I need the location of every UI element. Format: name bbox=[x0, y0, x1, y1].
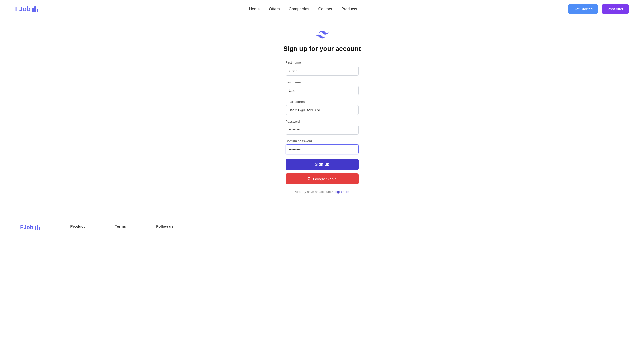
footer-col-follow-title: Follow us bbox=[156, 224, 173, 228]
nav-products[interactable]: Products bbox=[341, 7, 357, 11]
post-offer-button[interactable]: Post offer bbox=[602, 4, 629, 14]
email-group: Email address bbox=[286, 100, 359, 115]
password-group: Password bbox=[286, 120, 359, 135]
footer-logo-bars-icon bbox=[35, 225, 40, 230]
nav-offers[interactable]: Offers bbox=[269, 7, 280, 11]
signup-form: First name Last name Email address Passw… bbox=[286, 61, 359, 194]
confirm-password-input[interactable] bbox=[286, 144, 359, 154]
logo-text: FJob bbox=[15, 5, 31, 13]
footer-col-follow: Follow us bbox=[156, 224, 173, 229]
password-input[interactable] bbox=[286, 125, 359, 135]
footer-logo-bar-1 bbox=[35, 226, 36, 230]
confirm-password-label: Confirm password bbox=[286, 139, 359, 143]
login-prompt-text: Already have an account? bbox=[295, 190, 333, 194]
logo-bar-3 bbox=[37, 9, 38, 12]
last-name-label: Last name bbox=[286, 80, 359, 84]
last-name-group: Last name bbox=[286, 80, 359, 95]
signup-button[interactable]: Sign up bbox=[286, 159, 359, 170]
get-started-button[interactable]: Get Started bbox=[568, 4, 598, 14]
footer: FJob Product Terms Follow us bbox=[0, 214, 644, 241]
main-content: Sign up for your account First name Last… bbox=[0, 18, 644, 214]
nav-home[interactable]: Home bbox=[249, 7, 260, 11]
navbar-actions: Get Started Post offer bbox=[568, 4, 629, 14]
first-name-label: First name bbox=[286, 61, 359, 64]
first-name-input[interactable] bbox=[286, 66, 359, 76]
form-title: Sign up for your account bbox=[283, 45, 361, 53]
navbar: FJob Home Offers Companies Contact Produ… bbox=[0, 0, 644, 18]
password-label: Password bbox=[286, 120, 359, 123]
logo-bar-2 bbox=[34, 6, 36, 12]
first-name-group: First name bbox=[286, 61, 359, 76]
email-label: Email address bbox=[286, 100, 359, 104]
nav-contact[interactable]: Contact bbox=[318, 7, 332, 11]
google-signin-button[interactable]: G Google Signin bbox=[286, 173, 359, 184]
login-here-link[interactable]: Login here bbox=[334, 190, 349, 194]
footer-col-product-title: Product bbox=[70, 224, 85, 228]
email-input[interactable] bbox=[286, 105, 359, 115]
footer-logo[interactable]: FJob bbox=[20, 224, 40, 231]
footer-col-terms: Terms bbox=[115, 224, 126, 229]
nav-companies[interactable]: Companies bbox=[289, 7, 309, 11]
footer-logo-text: FJob bbox=[20, 224, 33, 231]
last-name-input[interactable] bbox=[286, 86, 359, 95]
google-signin-label: Google Signin bbox=[313, 177, 337, 181]
brand-icon bbox=[316, 31, 329, 40]
confirm-password-group: Confirm password bbox=[286, 139, 359, 154]
footer-logo-bar-2 bbox=[37, 225, 38, 230]
logo-bars-icon bbox=[32, 6, 38, 12]
footer-logo-bar-3 bbox=[39, 227, 40, 230]
logo[interactable]: FJob bbox=[15, 5, 38, 13]
nav-links: Home Offers Companies Contact Products bbox=[249, 7, 357, 11]
footer-col-product: Product bbox=[70, 224, 85, 229]
login-prompt: Already have an account? Login here bbox=[286, 190, 359, 194]
logo-bar-1 bbox=[32, 8, 34, 12]
google-g-icon: G bbox=[307, 177, 310, 181]
footer-col-terms-title: Terms bbox=[115, 224, 126, 228]
